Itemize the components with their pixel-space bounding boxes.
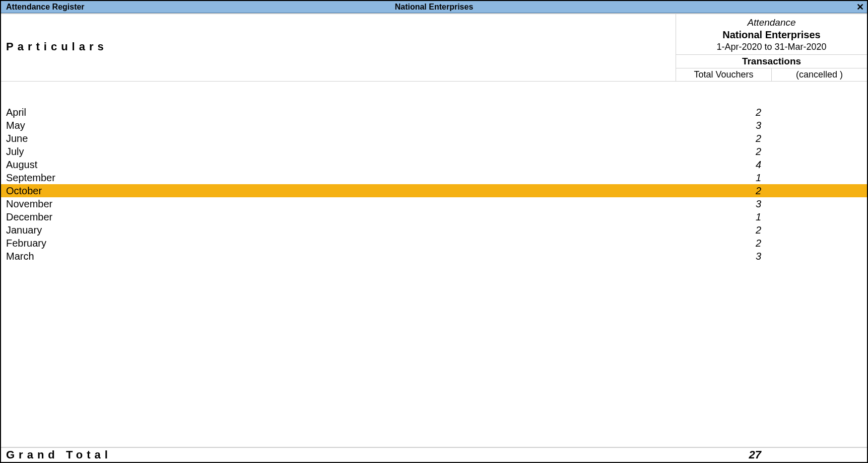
transactions-label: Transactions [676, 54, 867, 68]
voucher-cell: 2 [676, 224, 771, 236]
table-row[interactable]: April2 [1, 106, 867, 119]
table-row[interactable]: January2 [1, 223, 867, 237]
month-cell: December [1, 211, 676, 223]
header-section: Particulars Attendance National Enterpri… [1, 13, 867, 82]
table-row[interactable]: March3 [1, 250, 867, 263]
voucher-cell: 2 [676, 146, 771, 158]
table-row[interactable]: July2 [1, 145, 867, 158]
month-cell: July [1, 146, 676, 158]
month-cell: November [1, 198, 676, 210]
voucher-cell: 3 [676, 120, 771, 131]
voucher-cell: 1 [676, 172, 771, 184]
table-row[interactable]: September1 [1, 171, 867, 184]
cancelled-header: (cancelled ) [772, 68, 867, 81]
attendance-label: Attendance [678, 17, 865, 28]
title-center: National Enterprises [395, 3, 474, 12]
right-header: Attendance National Enterprises 1-Apr-20… [676, 14, 867, 81]
right-header-top: Attendance National Enterprises 1-Apr-20… [676, 14, 867, 54]
table-row[interactable]: June2 [1, 132, 867, 145]
particulars-header: Particulars [1, 14, 676, 80]
grand-total-row: Grand Total 27 [1, 447, 867, 462]
table-row[interactable]: February2 [1, 237, 867, 250]
date-range: 1-Apr-2020 to 31-Mar-2020 [678, 42, 865, 52]
data-section: April2May3June2July2August4September1Oct… [1, 82, 867, 447]
month-cell: September [1, 172, 676, 184]
voucher-cell: 4 [676, 159, 771, 171]
month-cell: January [1, 224, 676, 236]
month-cell: April [1, 107, 676, 118]
table-row[interactable]: May3 [1, 119, 867, 132]
voucher-cell: 2 [676, 133, 771, 144]
content: Particulars Attendance National Enterpri… [1, 13, 867, 462]
total-vouchers-header: Total Vouchers [676, 68, 772, 81]
sub-headers: Total Vouchers (cancelled ) [676, 68, 867, 81]
close-icon[interactable]: ✕ [856, 2, 864, 13]
voucher-cell: 1 [676, 211, 771, 223]
grand-total-label: Grand Total [1, 448, 676, 461]
company-name: National Enterprises [678, 29, 865, 41]
month-cell: June [1, 133, 676, 144]
voucher-cell: 3 [676, 198, 771, 210]
table-row[interactable]: December1 [1, 210, 867, 223]
voucher-cell: 3 [676, 251, 771, 262]
month-cell: February [1, 238, 676, 249]
voucher-cell: 2 [676, 238, 771, 249]
table-row[interactable]: November3 [1, 197, 867, 210]
month-cell: March [1, 251, 676, 262]
grand-total-value: 27 [676, 448, 771, 461]
title-left: Attendance Register [1, 3, 85, 12]
month-cell: August [1, 159, 676, 171]
voucher-cell: 2 [676, 185, 771, 197]
table-row[interactable]: October2 [1, 184, 867, 197]
voucher-cell: 2 [676, 107, 771, 118]
titlebar: Attendance Register National Enterprises… [1, 1, 867, 13]
month-cell: May [1, 120, 676, 131]
month-cell: October [1, 185, 676, 197]
table-row[interactable]: August4 [1, 158, 867, 171]
